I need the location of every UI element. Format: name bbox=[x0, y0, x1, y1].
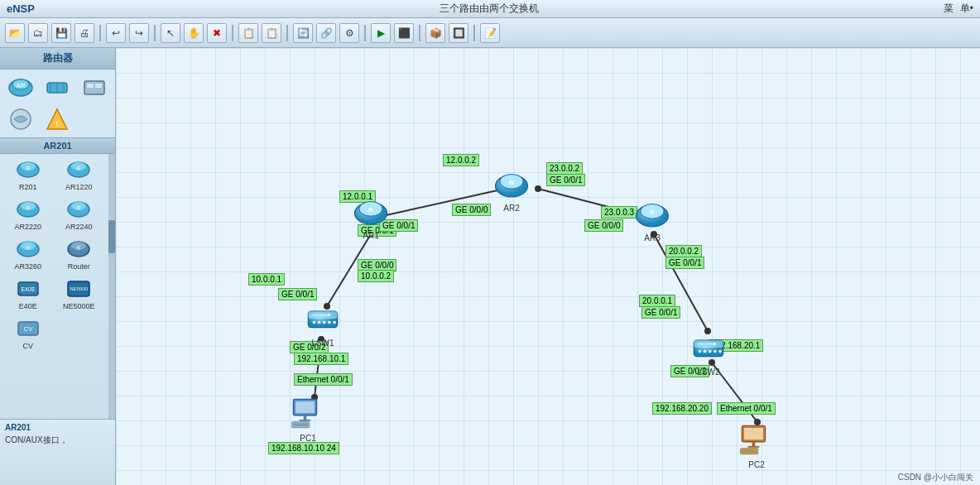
svg-rect-91 bbox=[744, 428, 763, 439]
label-cv: CV bbox=[22, 342, 33, 350]
new-button[interactable]: 📂 bbox=[5, 23, 25, 43]
svg-text:R: R bbox=[650, 209, 655, 216]
svg-rect-85 bbox=[295, 401, 315, 413]
sep2 bbox=[154, 25, 156, 41]
sidebar-item-ar3260[interactable]: R AR3260 bbox=[5, 236, 51, 271]
svg-rect-87 bbox=[299, 420, 310, 421]
sidebar: 路由器 AR bbox=[0, 48, 116, 485]
main-area: 路由器 AR bbox=[0, 48, 980, 485]
hand-button[interactable]: ✋ bbox=[184, 23, 204, 43]
delete-button[interactable]: ✖ bbox=[207, 23, 227, 43]
network-canvas[interactable]: 12.0.0.1 GE 0/0/1 GE 0/0/0 10.0.0.2 12.0… bbox=[116, 48, 980, 485]
sidebar-item-router[interactable]: R Router bbox=[56, 236, 103, 271]
svg-text:R: R bbox=[26, 205, 30, 211]
play-button[interactable]: ▶ bbox=[371, 23, 391, 43]
label-ar1220: AR1220 bbox=[65, 183, 93, 191]
sidebar-item-cv[interactable]: CV CV bbox=[5, 315, 51, 350]
capture-button[interactable]: 📦 bbox=[425, 23, 445, 43]
svg-text:R: R bbox=[77, 166, 81, 171]
save-button[interactable]: 💾 bbox=[51, 23, 71, 43]
sidebar-item-ar2220[interactable]: R AR2220 bbox=[5, 196, 51, 231]
sidebar-item-r201[interactable]: R R201 bbox=[5, 156, 51, 191]
label-ge001-ar2: GE 0/0/1 bbox=[546, 174, 585, 186]
svg-rect-8 bbox=[87, 84, 94, 88]
label-12002: 12.0.0.2 bbox=[443, 154, 479, 166]
svg-text:R: R bbox=[26, 166, 30, 171]
svg-point-78 bbox=[709, 350, 712, 353]
label-ge001-lsw1: GE 0/0/1 bbox=[278, 288, 317, 300]
sidebar-device-icon-1[interactable]: AR bbox=[5, 74, 36, 101]
label-10001: 10.0.0.1 bbox=[248, 273, 285, 286]
sidebar-header: 路由器 bbox=[0, 48, 115, 70]
sidebar-device-icon-5[interactable]: ! bbox=[41, 106, 73, 132]
device-ar2[interactable]: R AR2 bbox=[493, 166, 530, 213]
label-10002: 10.0.0.2 bbox=[358, 270, 394, 282]
ar2-label: AR2 bbox=[503, 204, 519, 213]
sidebar-item-ar1220[interactable]: R AR1220 bbox=[56, 156, 103, 191]
menu-items: 菜 单• bbox=[944, 2, 973, 16]
device-row-3: R AR3260 R Router bbox=[0, 233, 107, 273]
label-ar2220: AR2220 bbox=[14, 223, 41, 231]
panel-title: AR201 bbox=[5, 423, 110, 432]
copy-button[interactable]: 📋 bbox=[238, 23, 258, 43]
menu-item-1[interactable]: 菜 bbox=[944, 2, 954, 16]
label-20002: 20.0.0.2 bbox=[665, 245, 702, 257]
ar3-label: AR3 bbox=[644, 233, 660, 242]
menu-bar: eNSP 三个路由由两个交换机 菜 单• bbox=[0, 0, 980, 18]
sidebar-device-icon-3[interactable] bbox=[79, 74, 110, 101]
label-192168101: 192.168.10.1 bbox=[294, 353, 348, 365]
svg-point-80 bbox=[718, 350, 722, 353]
device-lsw2[interactable]: LSW2 bbox=[690, 329, 727, 377]
sidebar-subheader: AR201 bbox=[0, 137, 115, 154]
app-title: eNSP bbox=[7, 2, 35, 15]
sidebar-scroll-thumb[interactable] bbox=[108, 220, 115, 253]
paste-button[interactable]: 📋 bbox=[262, 23, 281, 43]
svg-point-69 bbox=[328, 321, 331, 324]
undo-button[interactable]: ↩ bbox=[106, 23, 126, 43]
sidebar-item-ar2240[interactable]: R AR2240 bbox=[56, 196, 103, 231]
sidebar-item-ne5000e[interactable]: NE5000 NE5000E bbox=[56, 276, 103, 310]
sep3 bbox=[232, 25, 233, 41]
svg-rect-95 bbox=[742, 449, 757, 453]
sidebar-item-e40e[interactable]: E40E E40E bbox=[5, 276, 51, 310]
device-pc1[interactable]: PC1 bbox=[290, 396, 326, 443]
svg-text:R: R bbox=[368, 206, 373, 214]
label-20001: 20.0.0.1 bbox=[639, 295, 675, 307]
port-button[interactable]: 🔲 bbox=[449, 23, 468, 43]
svg-rect-89 bbox=[293, 423, 308, 426]
network-connections bbox=[116, 48, 980, 485]
svg-text:R: R bbox=[77, 245, 81, 251]
lsw2-label: LSW2 bbox=[697, 367, 719, 377]
sidebar-device-icon-2[interactable] bbox=[41, 74, 73, 101]
label-ge001-lsw2: GE 0/0/1 bbox=[641, 306, 680, 319]
label-router: Router bbox=[68, 262, 90, 271]
note-button[interactable]: 📝 bbox=[480, 23, 500, 43]
sidebar-device-icon-4[interactable] bbox=[5, 106, 36, 132]
panel-content: CON/AUX接口， bbox=[5, 435, 110, 446]
svg-rect-86 bbox=[304, 415, 307, 420]
svg-text:E40E: E40E bbox=[21, 286, 35, 292]
stop-button[interactable]: ⬛ bbox=[394, 23, 414, 43]
redo-button[interactable]: ↪ bbox=[129, 23, 149, 43]
label-ge000-ar3: GE 0/0/0 bbox=[584, 219, 623, 232]
svg-point-79 bbox=[713, 350, 717, 353]
device-row-1: R R201 R AR1220 bbox=[0, 154, 107, 194]
device-lsw1[interactable]: LSW1 bbox=[305, 300, 341, 348]
svg-point-67 bbox=[318, 321, 321, 324]
loop-button[interactable]: 🔄 bbox=[293, 23, 313, 43]
print-button[interactable]: 🖨 bbox=[74, 23, 94, 43]
link-button[interactable]: 🔗 bbox=[316, 23, 336, 43]
device-row-2: R AR2220 R AR2240 bbox=[0, 194, 107, 233]
device-pc2[interactable]: PC2 bbox=[738, 422, 775, 469]
svg-rect-93 bbox=[747, 446, 759, 448]
label-19216820-20: 192.168.20.20 bbox=[652, 402, 712, 415]
svg-point-76 bbox=[699, 350, 702, 353]
window-title: 三个路由由两个交换机 bbox=[440, 2, 539, 16]
menu-item-2[interactable]: 单• bbox=[960, 2, 973, 16]
device-ar1[interactable]: R AR1 bbox=[353, 193, 389, 240]
device-ar3[interactable]: R AR3 bbox=[634, 195, 670, 242]
open-button[interactable]: 🗂 bbox=[28, 23, 48, 43]
select-button[interactable]: ↖ bbox=[161, 23, 180, 43]
svg-point-70 bbox=[333, 321, 336, 324]
config-button[interactable]: ⚙ bbox=[339, 23, 359, 43]
